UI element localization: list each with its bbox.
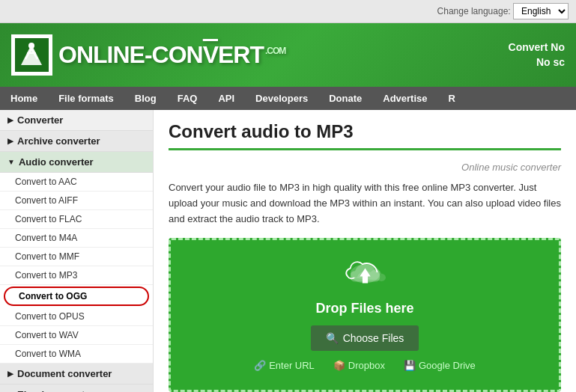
sidebar-item-flac[interactable]: Convert to FLAC [0,210,153,229]
header: ONLINE-CONVERT.com Convert No No sc [0,23,576,87]
drive-icon: 💾 [404,360,416,371]
sidebar-converter[interactable]: ▶ Converter [0,110,153,131]
logo[interactable]: ONLINE-CONVERT.com [11,34,285,76]
search-icon: 🔍 [326,332,339,344]
dropbox-link[interactable]: 📦 Dropbox [333,360,385,371]
choose-files-label: Choose Files [343,332,404,344]
nav-blog[interactable]: Blog [124,87,167,110]
google-drive-label: Google Drive [419,360,476,371]
page-title: Convert audio to MP3 [169,121,561,142]
sidebar-archive-converter[interactable]: ▶ Archive converter [0,131,153,152]
nav-developers[interactable]: Developers [245,87,318,110]
sidebar-archive-label: Archive converter [17,135,100,147]
nav-faq[interactable]: FAQ [167,87,208,110]
sidebar-document-converter[interactable]: ▶ Document converter [0,364,153,385]
sidebar-item-aac[interactable]: Convert to AAC [0,173,153,192]
green-divider [169,148,561,150]
nav-file-formats[interactable]: File formats [48,87,124,110]
sidebar-item-mmf[interactable]: Convert to MMF [0,248,153,266]
enter-url-link[interactable]: 🔗 Enter URL [254,360,315,371]
sidebar-item-wav[interactable]: Convert to WAV [0,326,153,345]
nav-more[interactable]: R [438,87,466,110]
nav-home[interactable]: Home [0,87,48,110]
main-nav: Home File formats Blog FAQ API Developer… [0,87,576,110]
page-description: Convert your audio file to MP3 in high q… [169,180,561,227]
nav-api[interactable]: API [207,87,245,110]
sidebar-item-m4a[interactable]: Convert to M4A [0,229,153,248]
sidebar-item-mp3[interactable]: Convert to MP3 [0,266,153,285]
nav-advertise[interactable]: Advertise [372,87,437,110]
sidebar-document-label: Document converter [17,368,112,379]
sidebar-ebook-label: Ebook converter [17,389,94,392]
logo-figure-icon [15,38,49,72]
sidebar-item-aiff[interactable]: Convert to AIFF [0,192,153,210]
sidebar-item-wma[interactable]: Convert to WMA [0,345,153,364]
converter-arrow-icon: ▶ [7,116,13,124]
sidebar-audio-label: Audio converter [19,156,94,168]
sidebar-ebook-converter[interactable]: ▶ Ebook converter [0,385,153,392]
sidebar-item-opus[interactable]: Convert to OPUS [0,307,153,326]
header-tagline: Convert No No sc [509,40,565,70]
drop-files-text: Drop Files here [186,301,544,316]
sidebar-item-ogg[interactable]: Convert to OGG [4,287,149,306]
sidebar-audio-converter[interactable]: ▼ Audio converter [0,152,153,173]
audio-arrow-icon: ▼ [7,158,15,166]
google-drive-link[interactable]: 💾 Google Drive [404,360,476,371]
upload-cloud-icon [186,259,544,295]
language-select[interactable]: English [513,3,569,19]
choose-files-button[interactable]: 🔍 Choose Files [311,325,419,351]
link-icon: 🔗 [254,360,266,371]
archive-arrow-icon: ▶ [7,137,13,145]
top-bar: Change language: English [0,0,576,23]
sidebar-converter-label: Converter [17,114,63,126]
upload-links: 🔗 Enter URL 📦 Dropbox 💾 Google Drive [186,360,544,371]
upload-box: Drop Files here 🔍 Choose Files 🔗 Enter U… [169,238,561,392]
logo-icon [11,34,52,76]
document-arrow-icon: ▶ [7,370,13,378]
dropbox-icon: 📦 [333,360,345,371]
logo-com: .com [265,46,285,56]
page-layout: ▶ Converter ▶ Archive converter ▼ Audio … [0,110,576,392]
main-content: Convert audio to MP3 Online music conver… [154,110,576,392]
page-subtitle: Online music converter [169,162,561,173]
nav-donate[interactable]: Donate [318,87,372,110]
dropbox-label: Dropbox [348,360,385,371]
enter-url-label: Enter URL [269,360,315,371]
logo-text: ONLINE-CONVERT.com [58,41,285,69]
sidebar: ▶ Converter ▶ Archive converter ▼ Audio … [0,110,154,392]
change-language-label: Change language: [437,6,511,16]
svg-point-2 [28,43,34,49]
